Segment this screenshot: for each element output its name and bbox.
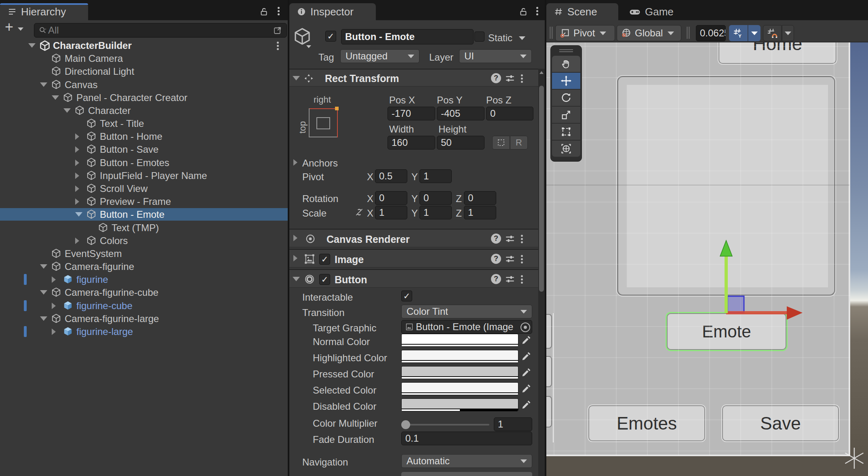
presets-icon[interactable] bbox=[505, 254, 515, 264]
kebab-menu-icon[interactable] bbox=[276, 40, 280, 51]
rect-tool[interactable] bbox=[552, 124, 580, 140]
hierarchy-item-button-home[interactable]: Button - Home bbox=[0, 130, 288, 143]
help-icon[interactable]: ? bbox=[491, 234, 501, 244]
foldout-arrow[interactable] bbox=[28, 43, 36, 48]
layer-dropdown[interactable]: UI bbox=[459, 49, 532, 63]
snap-increment-dropdown[interactable] bbox=[782, 25, 794, 41]
pos-y-field[interactable]: -405 bbox=[437, 107, 485, 120]
tool-handle-position-dropdown[interactable]: Pivot bbox=[555, 25, 615, 41]
kebab-menu-icon[interactable] bbox=[520, 254, 524, 265]
eyedropper-icon[interactable] bbox=[520, 383, 532, 394]
presets-icon[interactable] bbox=[505, 274, 515, 284]
disabled-color-swatch[interactable] bbox=[401, 398, 518, 411]
hierarchy-item-figurine[interactable]: figurine bbox=[0, 273, 288, 286]
hierarchy-item-button-save[interactable]: Button - Save bbox=[0, 143, 288, 156]
hierarchy-item-panel-character-creator[interactable]: Panel - Character Creator bbox=[0, 91, 288, 104]
image-header[interactable]: ✓ Image ? bbox=[289, 249, 538, 267]
foldout-arrow[interactable] bbox=[75, 212, 82, 217]
visualize-button-partial[interactable] bbox=[401, 472, 532, 476]
unlock-icon[interactable] bbox=[259, 6, 269, 17]
foldout-arrow[interactable] bbox=[52, 329, 56, 335]
scale-z-field[interactable]: 1 bbox=[464, 206, 496, 219]
rotate-tool[interactable] bbox=[552, 90, 580, 106]
gameobject-name-field[interactable]: Button - Emote bbox=[341, 29, 474, 44]
help-icon[interactable]: ? bbox=[491, 254, 501, 264]
hierarchy-item-figurine-large[interactable]: figurine-large bbox=[0, 325, 288, 338]
tool-handle-rotation-dropdown[interactable]: Global bbox=[617, 25, 681, 41]
rotation-z-field[interactable]: 0 bbox=[464, 191, 496, 205]
gameobject-icon-caret[interactable] bbox=[306, 45, 311, 48]
tab-inspector[interactable]: Inspector bbox=[289, 3, 376, 20]
grid-snap-button[interactable]: Y bbox=[729, 25, 748, 41]
toolbar-drag-handle[interactable] bbox=[550, 27, 551, 39]
help-icon[interactable]: ? bbox=[491, 73, 501, 83]
foldout-arrow[interactable] bbox=[75, 173, 79, 179]
foldout-arrow[interactable] bbox=[75, 133, 79, 140]
hierarchy-item-camera-figurine-cube[interactable]: Camera-figurine-cube bbox=[0, 286, 288, 299]
width-field[interactable]: 160 bbox=[388, 136, 435, 150]
hierarchy-item-camera-figurine[interactable]: Camera-figurine bbox=[0, 260, 288, 273]
foldout-arrow[interactable] bbox=[52, 276, 56, 283]
tab-scene[interactable]: Scene bbox=[546, 3, 618, 20]
foldout-arrow[interactable] bbox=[40, 82, 47, 87]
hierarchy-item-preview-frame[interactable]: Preview - Frame bbox=[0, 195, 288, 208]
pop-out-icon[interactable] bbox=[273, 25, 282, 35]
kebab-menu-icon[interactable] bbox=[520, 234, 524, 244]
pivot-x-field[interactable]: 0.5 bbox=[375, 169, 407, 183]
snap-increment-button[interactable] bbox=[763, 25, 782, 41]
anchor-preset-widget[interactable] bbox=[309, 108, 338, 137]
canvas-renderer-header[interactable]: Canvas Renderer ? bbox=[289, 229, 538, 247]
raw-edit-mode-button[interactable]: R bbox=[510, 136, 528, 150]
hierarchy-item-main-camera[interactable]: Main Camera bbox=[0, 52, 288, 65]
hand-tool[interactable] bbox=[552, 56, 580, 72]
foldout-arrow[interactable] bbox=[52, 303, 56, 309]
foldout-arrow[interactable] bbox=[40, 264, 47, 269]
foldout-arrow[interactable] bbox=[75, 185, 79, 192]
fade-duration-field[interactable]: 0.1 bbox=[401, 432, 532, 445]
foldout-arrow[interactable] bbox=[40, 316, 47, 321]
unlock-icon[interactable] bbox=[518, 6, 529, 17]
eyedropper-icon[interactable] bbox=[520, 335, 532, 346]
hierarchy-item-text-tmp[interactable]: Text (TMP) bbox=[0, 221, 288, 234]
eyedropper-icon[interactable] bbox=[520, 399, 532, 411]
transition-dropdown[interactable]: Color Tint bbox=[401, 305, 532, 318]
navigation-dropdown[interactable]: Automatic bbox=[401, 454, 532, 468]
eyedropper-icon[interactable] bbox=[520, 367, 532, 378]
object-picker-icon[interactable] bbox=[520, 322, 530, 332]
grid-size-field[interactable]: 0.0625 bbox=[696, 25, 726, 41]
hierarchy-item-scroll-view[interactable]: Scroll View bbox=[0, 182, 288, 195]
button-component-header[interactable]: ✓ Button ? bbox=[289, 269, 538, 288]
pressed-color-swatch[interactable] bbox=[401, 366, 518, 379]
blueprint-mode-button[interactable] bbox=[492, 136, 510, 150]
scale-y-field[interactable]: 1 bbox=[419, 206, 452, 219]
hierarchy-item-button-emote[interactable]: Button - Emote bbox=[0, 208, 288, 221]
normal-color-swatch[interactable] bbox=[401, 334, 518, 347]
scrollbar-thumb[interactable] bbox=[539, 86, 544, 292]
move-tool[interactable] bbox=[552, 73, 580, 89]
move-gizmo[interactable] bbox=[546, 42, 868, 476]
height-field[interactable]: 50 bbox=[437, 136, 485, 150]
tag-dropdown[interactable]: Untagged bbox=[340, 49, 419, 63]
foldout-arrow[interactable] bbox=[52, 95, 59, 100]
foldout-arrow[interactable] bbox=[75, 160, 79, 166]
foldout-arrow[interactable] bbox=[75, 198, 79, 205]
selected-color-swatch[interactable] bbox=[401, 382, 518, 395]
hierarchy-item-character[interactable]: Character bbox=[0, 104, 288, 117]
hierarchy-item-eventsystem[interactable]: EventSystem bbox=[0, 247, 288, 260]
image-enabled-checkbox[interactable]: ✓ bbox=[319, 254, 330, 265]
presets-icon[interactable] bbox=[505, 73, 515, 84]
add-dropdown-caret[interactable] bbox=[18, 27, 23, 31]
pos-x-field[interactable]: -170 bbox=[388, 107, 435, 120]
hierarchy-item-figurine-cube[interactable]: figurine-cube bbox=[0, 299, 288, 312]
kebab-menu-icon[interactable] bbox=[535, 6, 539, 17]
hierarchy-item-colors[interactable]: Colors bbox=[0, 234, 288, 247]
pivot-y-field[interactable]: 1 bbox=[419, 169, 452, 183]
add-gameobject-button[interactable]: + bbox=[5, 19, 13, 36]
hierarchy-item-text-title[interactable]: Text - Title bbox=[0, 117, 288, 130]
hierarchy-item-canvas[interactable]: Canvas bbox=[0, 78, 288, 91]
link-broken-icon[interactable] bbox=[354, 207, 364, 217]
target-graphic-object-field[interactable]: Button - Emote (Image bbox=[401, 320, 532, 334]
slider-knob[interactable] bbox=[401, 420, 410, 429]
kebab-menu-icon[interactable] bbox=[520, 274, 524, 285]
color-multiplier-field[interactable]: 1 bbox=[494, 417, 532, 431]
